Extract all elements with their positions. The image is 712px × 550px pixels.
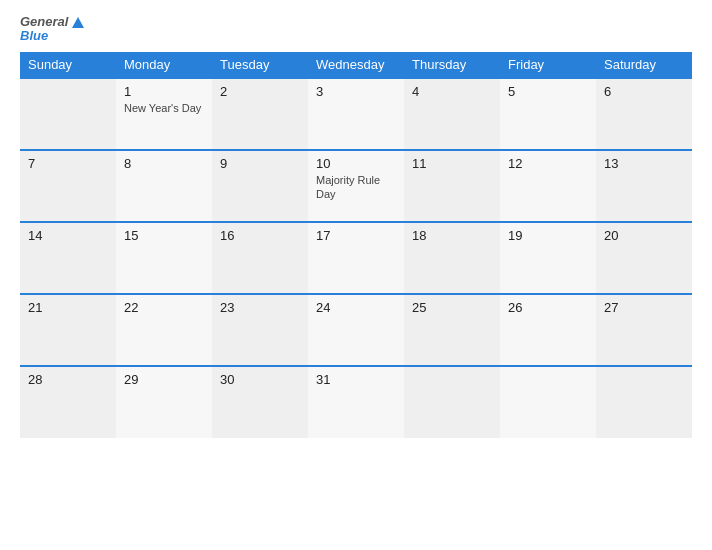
calendar-cell: 6 [596,78,692,150]
calendar-week-row: 1New Year's Day23456 [20,78,692,150]
calendar-cell: 31 [308,366,404,438]
calendar-week-row: 21222324252627 [20,294,692,366]
weekday-header-thursday: Thursday [404,52,500,78]
calendar-cell: 3 [308,78,404,150]
weekday-header-friday: Friday [500,52,596,78]
holiday-label: New Year's Day [124,101,204,115]
calendar-cell: 21 [20,294,116,366]
day-number: 4 [412,84,492,99]
calendar-cell: 7 [20,150,116,222]
calendar-container: GeneralBlue SundayMondayTuesdayWednesday… [0,0,712,550]
calendar-cell: 9 [212,150,308,222]
day-number: 22 [124,300,204,315]
calendar-cell: 12 [500,150,596,222]
day-number: 23 [220,300,300,315]
calendar-cell: 11 [404,150,500,222]
calendar-cell: 29 [116,366,212,438]
day-number: 14 [28,228,108,243]
calendar-cell: 15 [116,222,212,294]
calendar-cell: 8 [116,150,212,222]
calendar-cell: 25 [404,294,500,366]
day-number: 1 [124,84,204,99]
day-number: 17 [316,228,396,243]
day-number: 11 [412,156,492,171]
logo-triangle-icon [72,17,84,28]
calendar-cell: 1New Year's Day [116,78,212,150]
calendar-cell [500,366,596,438]
weekday-header-wednesday: Wednesday [308,52,404,78]
weekday-header-row: SundayMondayTuesdayWednesdayThursdayFrid… [20,52,692,78]
calendar-cell: 5 [500,78,596,150]
day-number: 21 [28,300,108,315]
day-number: 6 [604,84,684,99]
header-row: GeneralBlue [20,15,692,44]
calendar-cell: 22 [116,294,212,366]
day-number: 12 [508,156,588,171]
day-number: 19 [508,228,588,243]
calendar-cell: 20 [596,222,692,294]
day-number: 7 [28,156,108,171]
day-number: 9 [220,156,300,171]
calendar-cell: 10Majority Rule Day [308,150,404,222]
day-number: 13 [604,156,684,171]
day-number: 2 [220,84,300,99]
weekday-header-tuesday: Tuesday [212,52,308,78]
day-number: 3 [316,84,396,99]
logo: GeneralBlue [20,15,84,44]
calendar-week-row: 28293031 [20,366,692,438]
day-number: 30 [220,372,300,387]
calendar-cell: 27 [596,294,692,366]
day-number: 25 [412,300,492,315]
day-number: 26 [508,300,588,315]
weekday-header-sunday: Sunday [20,52,116,78]
calendar-cell: 26 [500,294,596,366]
calendar-table: SundayMondayTuesdayWednesdayThursdayFrid… [20,52,692,438]
day-number: 5 [508,84,588,99]
day-number: 18 [412,228,492,243]
day-number: 8 [124,156,204,171]
calendar-cell: 13 [596,150,692,222]
calendar-week-row: 14151617181920 [20,222,692,294]
calendar-week-row: 78910Majority Rule Day111213 [20,150,692,222]
day-number: 27 [604,300,684,315]
calendar-cell: 4 [404,78,500,150]
day-number: 31 [316,372,396,387]
calendar-cell: 19 [500,222,596,294]
holiday-label: Majority Rule Day [316,173,396,202]
calendar-cell: 23 [212,294,308,366]
day-number: 16 [220,228,300,243]
calendar-cell: 16 [212,222,308,294]
day-number: 10 [316,156,396,171]
day-number: 15 [124,228,204,243]
day-number: 24 [316,300,396,315]
calendar-cell: 30 [212,366,308,438]
weekday-header-monday: Monday [116,52,212,78]
calendar-cell [20,78,116,150]
logo-blue: Blue [20,29,48,43]
calendar-cell [404,366,500,438]
day-number: 28 [28,372,108,387]
calendar-cell: 24 [308,294,404,366]
calendar-cell [596,366,692,438]
calendar-cell: 18 [404,222,500,294]
day-number: 20 [604,228,684,243]
logo-general: General [20,15,68,29]
calendar-cell: 17 [308,222,404,294]
weekday-header-saturday: Saturday [596,52,692,78]
calendar-cell: 28 [20,366,116,438]
day-number: 29 [124,372,204,387]
calendar-cell: 2 [212,78,308,150]
calendar-cell: 14 [20,222,116,294]
